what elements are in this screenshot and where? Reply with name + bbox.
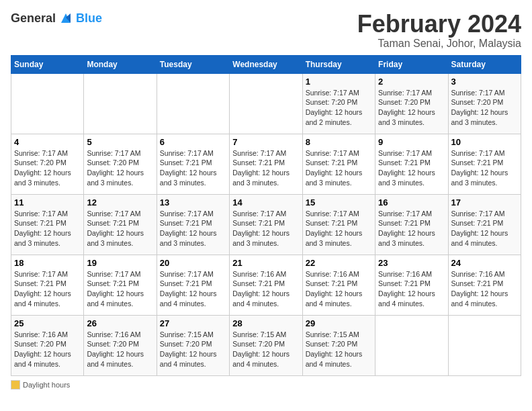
title-area: February 2024 Taman Senai, Johor, Malays…	[357, 11, 521, 50]
calendar-cell	[448, 315, 521, 375]
calendar-cell: 6Sunrise: 7:17 AMSunset: 7:21 PMDaylight…	[157, 134, 229, 194]
day-number: 21	[232, 258, 299, 268]
calendar-week-row: 1Sunrise: 7:17 AMSunset: 7:20 PMDaylight…	[11, 73, 521, 134]
calendar-cell: 2Sunrise: 7:17 AMSunset: 7:20 PMDaylight…	[375, 73, 448, 134]
location-title: Taman Senai, Johor, Malaysia	[357, 38, 521, 50]
day-info: Sunrise: 7:15 AMSunset: 7:20 PMDaylight:…	[306, 330, 372, 369]
header-area: General Blue February 2024 Taman Senai, …	[11, 11, 521, 50]
calendar-table: SundayMondayTuesdayWednesdayThursdayFrid…	[11, 55, 521, 376]
day-number: 29	[306, 318, 372, 328]
day-info: Sunrise: 7:17 AMSunset: 7:21 PMDaylight:…	[160, 148, 226, 188]
weekday-header-thursday: Thursday	[302, 55, 375, 73]
calendar-cell: 4Sunrise: 7:17 AMSunset: 7:20 PMDaylight…	[11, 134, 84, 194]
day-info: Sunrise: 7:16 AMSunset: 7:21 PMDaylight:…	[451, 269, 518, 309]
calendar-week-row: 18Sunrise: 7:17 AMSunset: 7:21 PMDayligh…	[11, 255, 521, 315]
calendar-cell: 11Sunrise: 7:17 AMSunset: 7:21 PMDayligh…	[11, 194, 84, 255]
day-info: Sunrise: 7:15 AMSunset: 7:20 PMDaylight:…	[232, 330, 299, 369]
day-number: 9	[378, 137, 445, 147]
day-info: Sunrise: 7:17 AMSunset: 7:21 PMDaylight:…	[451, 209, 518, 248]
calendar-cell: 10Sunrise: 7:17 AMSunset: 7:21 PMDayligh…	[448, 134, 521, 194]
calendar-week-row: 4Sunrise: 7:17 AMSunset: 7:20 PMDaylight…	[11, 134, 521, 194]
calendar-cell: 3Sunrise: 7:17 AMSunset: 7:20 PMDaylight…	[448, 73, 521, 134]
calendar-cell: 5Sunrise: 7:17 AMSunset: 7:20 PMDaylight…	[84, 134, 157, 194]
day-info: Sunrise: 7:17 AMSunset: 7:20 PMDaylight:…	[14, 148, 81, 188]
day-info: Sunrise: 7:16 AMSunset: 7:21 PMDaylight:…	[232, 269, 299, 309]
calendar-cell	[375, 315, 448, 375]
day-number: 4	[14, 137, 81, 147]
day-number: 12	[87, 197, 153, 208]
day-number: 6	[160, 137, 226, 147]
day-number: 23	[378, 258, 445, 268]
day-info: Sunrise: 7:17 AMSunset: 7:21 PMDaylight:…	[378, 148, 445, 188]
day-info: Sunrise: 7:17 AMSunset: 7:21 PMDaylight:…	[306, 148, 372, 188]
calendar-cell: 29Sunrise: 7:15 AMSunset: 7:20 PMDayligh…	[302, 315, 375, 375]
weekday-header-tuesday: Tuesday	[157, 55, 229, 73]
weekday-header-wednesday: Wednesday	[230, 55, 302, 73]
calendar-cell: 17Sunrise: 7:17 AMSunset: 7:21 PMDayligh…	[448, 194, 521, 255]
logo-text-general: General	[11, 11, 56, 26]
calendar-cell: 8Sunrise: 7:17 AMSunset: 7:21 PMDaylight…	[302, 134, 375, 194]
calendar-cell: 25Sunrise: 7:16 AMSunset: 7:20 PMDayligh…	[11, 315, 84, 375]
day-number: 13	[160, 197, 226, 208]
day-info: Sunrise: 7:17 AMSunset: 7:21 PMDaylight:…	[87, 209, 153, 248]
weekday-header-friday: Friday	[375, 55, 448, 73]
day-info: Sunrise: 7:17 AMSunset: 7:20 PMDaylight:…	[378, 88, 445, 128]
calendar-cell: 7Sunrise: 7:17 AMSunset: 7:21 PMDaylight…	[230, 134, 302, 194]
weekday-header-monday: Monday	[84, 55, 157, 73]
weekday-header-sunday: Sunday	[11, 55, 84, 73]
calendar-cell: 15Sunrise: 7:17 AMSunset: 7:21 PMDayligh…	[302, 194, 375, 255]
day-info: Sunrise: 7:16 AMSunset: 7:20 PMDaylight:…	[87, 330, 153, 369]
calendar-cell: 13Sunrise: 7:17 AMSunset: 7:21 PMDayligh…	[157, 194, 229, 255]
calendar-cell: 27Sunrise: 7:15 AMSunset: 7:20 PMDayligh…	[157, 315, 229, 375]
calendar-cell: 23Sunrise: 7:16 AMSunset: 7:21 PMDayligh…	[375, 255, 448, 315]
day-number: 18	[14, 258, 81, 268]
calendar-cell: 18Sunrise: 7:17 AMSunset: 7:21 PMDayligh…	[11, 255, 84, 315]
day-number: 16	[378, 197, 445, 208]
calendar-cell: 28Sunrise: 7:15 AMSunset: 7:20 PMDayligh…	[230, 315, 302, 375]
logo: General Blue	[11, 11, 102, 26]
calendar-cell: 12Sunrise: 7:17 AMSunset: 7:21 PMDayligh…	[84, 194, 157, 255]
day-info: Sunrise: 7:15 AMSunset: 7:20 PMDaylight:…	[160, 330, 226, 369]
day-info: Sunrise: 7:17 AMSunset: 7:21 PMDaylight:…	[378, 209, 445, 248]
day-info: Sunrise: 7:16 AMSunset: 7:21 PMDaylight:…	[378, 269, 445, 309]
calendar-cell: 21Sunrise: 7:16 AMSunset: 7:21 PMDayligh…	[230, 255, 302, 315]
weekday-header-saturday: Saturday	[448, 55, 521, 73]
day-info: Sunrise: 7:16 AMSunset: 7:20 PMDaylight:…	[14, 330, 81, 369]
calendar-cell	[84, 73, 157, 134]
daylight-swatch	[11, 380, 20, 390]
day-number: 27	[160, 318, 226, 328]
day-number: 28	[232, 318, 299, 328]
calendar-cell: 20Sunrise: 7:17 AMSunset: 7:21 PMDayligh…	[157, 255, 229, 315]
day-number: 25	[14, 318, 81, 328]
day-info: Sunrise: 7:17 AMSunset: 7:21 PMDaylight:…	[451, 148, 518, 188]
day-number: 19	[87, 258, 153, 268]
day-info: Sunrise: 7:17 AMSunset: 7:20 PMDaylight:…	[451, 88, 518, 128]
day-number: 5	[87, 137, 153, 147]
day-number: 15	[306, 197, 372, 208]
calendar-cell: 16Sunrise: 7:17 AMSunset: 7:21 PMDayligh…	[375, 194, 448, 255]
logo-icon	[58, 11, 73, 26]
day-number: 1	[306, 77, 372, 87]
day-info: Sunrise: 7:17 AMSunset: 7:21 PMDaylight:…	[14, 269, 81, 309]
day-info: Sunrise: 7:17 AMSunset: 7:21 PMDaylight:…	[232, 148, 299, 188]
day-number: 10	[451, 137, 518, 147]
day-info: Sunrise: 7:17 AMSunset: 7:21 PMDaylight:…	[160, 209, 226, 248]
day-number: 26	[87, 318, 153, 328]
day-number: 22	[306, 258, 372, 268]
day-info: Sunrise: 7:17 AMSunset: 7:21 PMDaylight:…	[306, 209, 372, 248]
calendar-cell: 26Sunrise: 7:16 AMSunset: 7:20 PMDayligh…	[84, 315, 157, 375]
day-number: 7	[232, 137, 299, 147]
day-info: Sunrise: 7:17 AMSunset: 7:21 PMDaylight:…	[160, 269, 226, 309]
calendar-cell: 19Sunrise: 7:17 AMSunset: 7:21 PMDayligh…	[84, 255, 157, 315]
day-number: 14	[232, 197, 299, 208]
daylight-label: Daylight hours	[23, 381, 70, 389]
calendar-cell	[157, 73, 229, 134]
calendar-week-row: 25Sunrise: 7:16 AMSunset: 7:20 PMDayligh…	[11, 315, 521, 375]
day-number: 11	[14, 197, 81, 208]
day-info: Sunrise: 7:17 AMSunset: 7:21 PMDaylight:…	[87, 269, 153, 309]
day-number: 8	[306, 137, 372, 147]
footer-note: Daylight hours	[11, 380, 521, 390]
month-year-title: February 2024	[357, 11, 521, 38]
day-info: Sunrise: 7:16 AMSunset: 7:21 PMDaylight:…	[306, 269, 372, 309]
logo-text-blue: Blue	[76, 11, 102, 26]
